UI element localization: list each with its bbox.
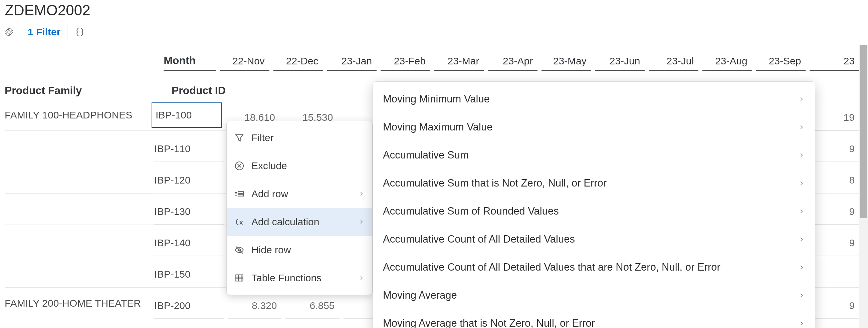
product-id-cell[interactable]: IBP-150 (154, 262, 224, 287)
page-title: ZDEMO2002 (5, 2, 90, 19)
svg-rect-5 (236, 275, 243, 281)
context-menu-item-label: Hide row (251, 244, 291, 256)
chevron-right-icon (798, 152, 805, 159)
value-cell[interactable]: 8.320 (228, 293, 281, 319)
addrow-icon (234, 189, 245, 199)
month-header-cell[interactable]: 23-Jun (595, 55, 645, 71)
calc-submenu-item[interactable]: Accumulative Sum (373, 141, 815, 169)
product-id-cell[interactable]: IBP-130 (154, 199, 224, 225)
svg-rect-3 (238, 194, 243, 196)
context-menu-item-label: Filter (251, 132, 274, 143)
filter-label: 1 Filter (28, 26, 60, 38)
product-id-cell[interactable]: IBP-200 (154, 293, 224, 319)
header-divider (0, 45, 868, 45)
chevron-right-icon (798, 236, 805, 242)
calc-submenu-item-label: Accumulative Sum (383, 149, 469, 161)
calc-submenu-item-label: Moving Minimum Value (383, 93, 490, 105)
month-header-cell[interactable]: 22-Dec (273, 55, 323, 71)
vertical-scrollbar-track[interactable] (859, 45, 868, 328)
settings-icon[interactable] (4, 27, 14, 37)
context-menu-item[interactable]: Filter (227, 124, 372, 152)
chevron-right-icon (798, 320, 805, 327)
filter-icon (234, 132, 245, 143)
month-header-cell[interactable]: 23-Aug (703, 55, 752, 71)
product-id-cell[interactable]: IBP-110 (154, 136, 224, 162)
month-header-cell[interactable]: 23-Apr (488, 55, 537, 71)
context-menu-item[interactable]: Add calculation (227, 208, 372, 236)
context-menu-item-label: Exclude (251, 160, 287, 171)
calc-submenu-item[interactable]: Accumulative Sum of Rounded Values (373, 197, 815, 225)
exclude-icon (234, 161, 245, 171)
chevron-right-icon (358, 274, 365, 281)
calc-submenu-item[interactable]: Accumulative Sum that is Not Zero, Null,… (373, 169, 815, 197)
product-family-header[interactable]: Product Family (5, 85, 172, 99)
calc-submenu-item[interactable]: Accumulative Count of All Detailed Value… (373, 253, 815, 281)
toolbar: 1 Filter (4, 23, 86, 41)
month-header-row: Month 22-Nov22-Dec23-Jan23-Feb23-Mar23-A… (5, 47, 859, 71)
calc-submenu-item[interactable]: Moving Maximum Value (373, 113, 815, 141)
chevron-right-icon (358, 191, 365, 197)
chevron-right-icon (358, 219, 365, 225)
month-header-cell[interactable]: 23-Jan (327, 55, 377, 71)
product-id-cell[interactable]: IBP-100 (152, 102, 222, 128)
chevron-right-icon (798, 292, 805, 299)
calc-submenu-item[interactable]: Moving Average (373, 281, 815, 309)
month-header-cell[interactable]: 23-May (541, 55, 591, 71)
calc-submenu-item-label: Accumulative Count of All Detailed Value… (383, 261, 720, 273)
hide-icon (234, 244, 245, 255)
controls-icon[interactable] (74, 26, 86, 38)
product-family-cell[interactable]: FAMILY 200-HOME THEATER (5, 298, 154, 309)
toolbar-separator (67, 25, 67, 39)
filter-button[interactable]: 1 Filter (28, 26, 60, 38)
month-header-cell[interactable]: 23-Jul (649, 55, 699, 71)
context-menu-item[interactable]: Hide row (227, 236, 372, 264)
product-family-cell[interactable]: FAMILY 100-HEADPHONES (5, 109, 155, 121)
product-id-header[interactable]: Product ID (172, 85, 262, 99)
chevron-right-icon (798, 96, 805, 102)
month-header-cell[interactable]: 23 (810, 55, 859, 71)
month-header-cell[interactable]: 23-Sep (756, 55, 806, 71)
month-header-cell[interactable]: 23-Mar (434, 55, 484, 71)
svg-point-0 (8, 31, 10, 33)
svg-rect-2 (238, 192, 243, 193)
toolbar-separator (21, 25, 21, 39)
chevron-right-icon (798, 180, 805, 187)
chevron-right-icon (798, 264, 805, 271)
table-icon (234, 273, 245, 283)
calc-submenu-item-label: Moving Average (383, 289, 457, 301)
fx-icon (234, 217, 245, 227)
calc-submenu-item-label: Accumulative Sum of Rounded Values (383, 205, 559, 217)
chevron-right-icon (798, 208, 805, 215)
context-menu-item-label: Add row (251, 188, 288, 200)
calc-submenu-item[interactable]: Moving Average that is Not Zero, Null, o… (373, 309, 815, 328)
add-calculation-submenu: Moving Minimum ValueMoving Maximum Value… (373, 81, 815, 328)
month-dimension-label[interactable]: Month (163, 55, 216, 71)
context-menu-item-label: Add calculation (251, 216, 319, 228)
context-menu-item[interactable]: Add row (227, 180, 372, 208)
month-header-cell[interactable]: 22-Nov (220, 55, 270, 71)
month-header-cell[interactable]: 23-Feb (380, 55, 430, 71)
context-menu-item-label: Table Functions (251, 272, 321, 284)
calc-submenu-item[interactable]: Accumulative Count of All Detailed Value… (373, 225, 815, 253)
calc-submenu-item-label: Moving Average that is Not Zero, Null, o… (383, 317, 595, 328)
context-menu-item[interactable]: Exclude (227, 152, 372, 180)
calc-submenu-item-label: Accumulative Count of All Detailed Value… (383, 233, 575, 245)
value-cell[interactable]: 6.855 (285, 293, 339, 319)
calc-submenu-item-label: Accumulative Sum that is Not Zero, Null,… (383, 177, 607, 189)
product-id-cell[interactable]: IBP-140 (154, 231, 224, 256)
calc-submenu-item-label: Moving Maximum Value (383, 121, 492, 133)
calc-submenu-item[interactable]: Moving Minimum Value (373, 85, 815, 113)
chevron-right-icon (798, 124, 805, 130)
vertical-scrollbar-thumb[interactable] (860, 45, 867, 218)
context-menu-item[interactable]: Table Functions (227, 264, 372, 292)
context-menu: FilterExcludeAdd rowAdd calculationHide … (226, 121, 373, 295)
product-id-cell[interactable]: IBP-120 (154, 168, 224, 193)
